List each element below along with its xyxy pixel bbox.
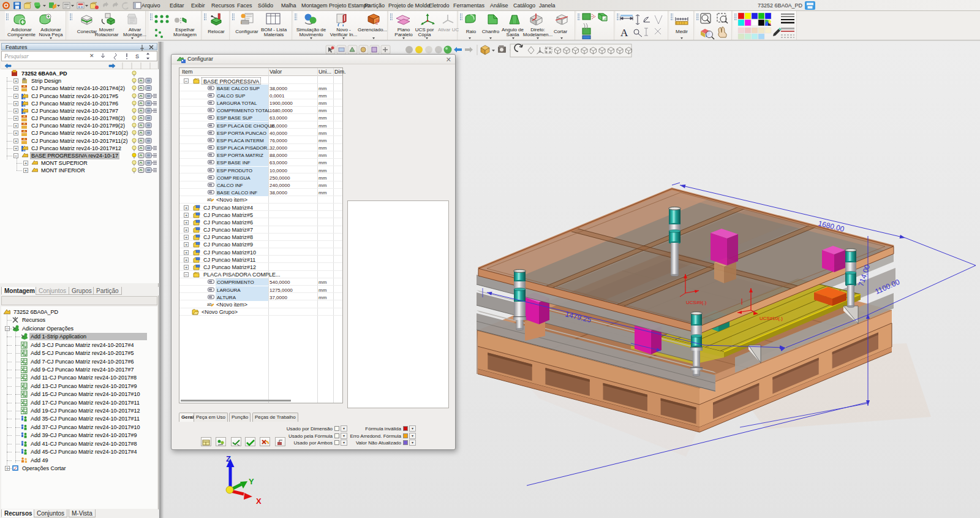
svg-text:ab: ab bbox=[207, 197, 212, 202]
svg-text:UCS#9(.): UCS#9(.) bbox=[686, 300, 707, 305]
svg-text:Z: Z bbox=[226, 454, 231, 463]
svg-text:A: A bbox=[620, 27, 628, 38]
svg-text:Y: Y bbox=[249, 477, 254, 486]
svg-text:UCS#10(.): UCS#10(.) bbox=[760, 316, 783, 321]
svg-text:ab: ab bbox=[207, 302, 212, 307]
svg-text:X: X bbox=[256, 497, 262, 506]
svg-text:S: S bbox=[135, 53, 139, 59]
